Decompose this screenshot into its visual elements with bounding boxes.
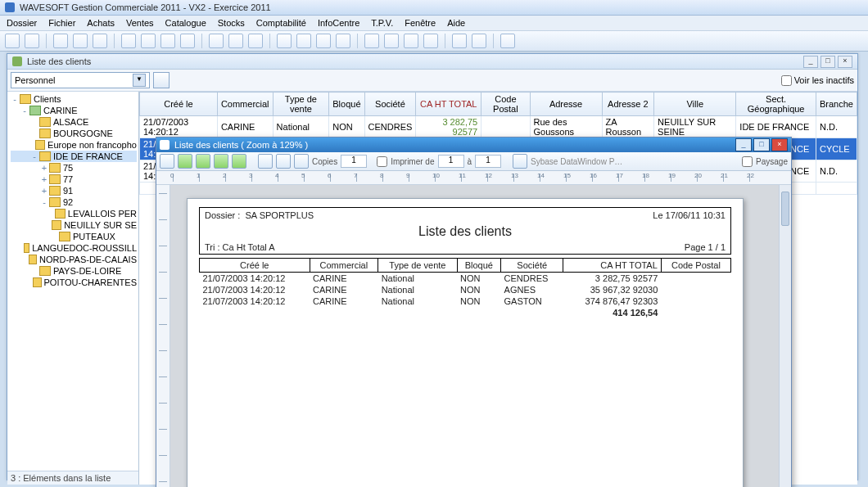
tree-item[interactable]: -Clients <box>11 93 137 105</box>
close-button[interactable]: × <box>838 56 852 68</box>
print-from-input[interactable]: 1 <box>438 155 464 168</box>
toolbar-button[interactable] <box>384 34 399 48</box>
paysage-checkbox[interactable] <box>742 156 753 167</box>
toolbar-button[interactable] <box>404 34 418 48</box>
toolbar-button[interactable] <box>121 34 136 48</box>
tree-item[interactable]: LANGUEDOC-ROUSSILL <box>11 242 137 254</box>
tree-item[interactable]: -92 <box>11 196 137 208</box>
printer-icon[interactable] <box>513 154 527 169</box>
tree-expander-icon[interactable]: + <box>40 162 48 174</box>
column-header[interactable]: CA HT TOTAL <box>416 92 481 116</box>
toolbar-button[interactable] <box>73 34 88 48</box>
column-header[interactable]: Créé le <box>140 92 218 116</box>
menu-comptabilité[interactable]: Comptabilité <box>256 18 306 28</box>
toolbar-button[interactable] <box>277 34 292 48</box>
tree-item[interactable]: LEVALLOIS PER <box>11 208 137 219</box>
menu-fenêtre[interactable]: Fenêtre <box>405 18 436 28</box>
tree-item[interactable]: NEUILLY SUR SE <box>11 219 137 231</box>
toolbar-button[interactable] <box>53 34 68 48</box>
column-header[interactable]: Type de vente <box>273 92 329 116</box>
toolbar-button[interactable] <box>316 34 331 48</box>
toolbar-button[interactable] <box>180 34 195 48</box>
table-row[interactable]: 21/07/2003 14:20:12CARINENationalNONCEND… <box>140 116 857 138</box>
show-inactive-input[interactable] <box>781 75 792 86</box>
toolbar-button[interactable] <box>228 34 243 48</box>
toolbar-button[interactable] <box>25 34 39 48</box>
column-header[interactable]: Sect. Géographique <box>736 92 816 116</box>
toolbar-button[interactable] <box>500 34 515 48</box>
toolbar-button[interactable] <box>153 72 170 88</box>
toolbar-button[interactable] <box>364 34 379 48</box>
toolbar-button[interactable] <box>472 34 486 48</box>
scrollbar-vertical[interactable] <box>779 185 791 487</box>
tree-item[interactable]: +91 <box>11 185 137 196</box>
print-to-input[interactable]: 1 <box>475 155 501 168</box>
column-header[interactable]: Adresse 2 <box>602 92 654 116</box>
toolbar-button[interactable] <box>141 34 156 48</box>
next-page-button[interactable] <box>214 154 228 169</box>
column-header[interactable]: Branche <box>816 92 857 116</box>
chevron-down-icon[interactable]: ▼ <box>133 74 146 87</box>
tree-item[interactable]: Europe non francopho <box>11 139 137 151</box>
tree-item[interactable]: NORD-PAS-DE-CALAIS <box>11 254 137 265</box>
toolbar-button[interactable] <box>258 154 273 169</box>
tree-expander-icon[interactable]: + <box>40 174 48 185</box>
tree-expander-icon[interactable]: - <box>40 196 48 208</box>
first-page-button[interactable] <box>178 154 192 169</box>
toolbar-button[interactable] <box>248 34 263 48</box>
profile-combobox[interactable]: Personnel ▼ <box>11 72 150 88</box>
column-header[interactable]: Ville <box>654 92 736 116</box>
menu-t.p.v.[interactable]: T.P.V. <box>371 18 393 28</box>
toolbar-button[interactable] <box>160 34 175 48</box>
column-header[interactable]: Bloqué <box>329 92 364 116</box>
menu-aide[interactable]: Aide <box>447 18 465 28</box>
column-header[interactable]: Commercial <box>217 92 273 116</box>
column-header[interactable]: Société <box>364 92 416 116</box>
tree-item[interactable]: PAYS-DE-LOIRE <box>11 265 137 277</box>
menu-achats[interactable]: Achats <box>87 18 115 28</box>
toolbar-button[interactable] <box>276 154 291 169</box>
menu-stocks[interactable]: Stocks <box>218 18 245 28</box>
minimize-button[interactable]: _ <box>803 56 818 68</box>
column-header[interactable]: Code Postal <box>481 92 530 116</box>
tree-item[interactable]: -IDE DE FRANCE <box>11 151 137 162</box>
tree-expander-icon[interactable]: - <box>11 93 19 105</box>
menu-fichier[interactable]: Fichier <box>48 18 75 28</box>
preview-canvas[interactable]: Dossier : SA SPORTPLUS Le 17/06/11 10:31… <box>170 185 791 487</box>
last-page-button[interactable] <box>232 154 246 169</box>
menu-catalogue[interactable]: Catalogue <box>165 18 206 28</box>
tree-item[interactable]: +77 <box>11 174 137 185</box>
maximize-button[interactable]: □ <box>753 138 770 151</box>
show-inactive-checkbox[interactable]: Voir les inactifs <box>781 75 854 86</box>
print-range-checkbox[interactable] <box>377 156 387 167</box>
toolbar-button[interactable] <box>93 34 107 48</box>
menu-dossier[interactable]: Dossier <box>7 18 37 28</box>
minimize-button[interactable]: _ <box>735 138 752 151</box>
tree-expander-icon[interactable]: - <box>20 105 29 116</box>
tree-item[interactable]: -CARINE <box>11 105 137 116</box>
close-button[interactable]: × <box>771 138 788 151</box>
column-header[interactable]: Adresse <box>530 92 602 116</box>
copies-input[interactable]: 1 <box>341 155 367 168</box>
menu-ventes[interactable]: Ventes <box>126 18 154 28</box>
toolbar-button[interactable] <box>423 34 438 48</box>
tree-pane[interactable]: -Clients-CARINEALSACEBOURGOGNEEurope non… <box>7 92 139 485</box>
menu-infocentre[interactable]: InfoCentre <box>318 18 359 28</box>
toolbar-button[interactable] <box>336 34 350 48</box>
tree-item[interactable]: +75 <box>11 162 137 174</box>
prev-page-button[interactable] <box>196 154 210 169</box>
tree-item[interactable]: PUTEAUX <box>11 231 137 242</box>
toolbar-button[interactable] <box>5 34 20 48</box>
tree-expander-icon[interactable]: + <box>40 185 48 196</box>
toolbar-button[interactable] <box>209 34 224 48</box>
toolbar-button[interactable] <box>452 34 467 48</box>
preview-titlebar[interactable]: Liste des clients ( Zoom à 129% ) _ □ × <box>156 138 791 152</box>
toolbar-button[interactable] <box>296 34 311 48</box>
tree-item[interactable]: BOURGOGNE <box>11 128 137 139</box>
maximize-button[interactable]: □ <box>821 56 835 68</box>
tree-item[interactable]: POITOU-CHARENTES <box>11 277 137 288</box>
tree-expander-icon[interactable]: - <box>30 151 38 162</box>
tree-item[interactable]: ALSACE <box>11 116 137 128</box>
print-button[interactable] <box>294 154 309 169</box>
toolbar-button[interactable] <box>160 154 174 169</box>
